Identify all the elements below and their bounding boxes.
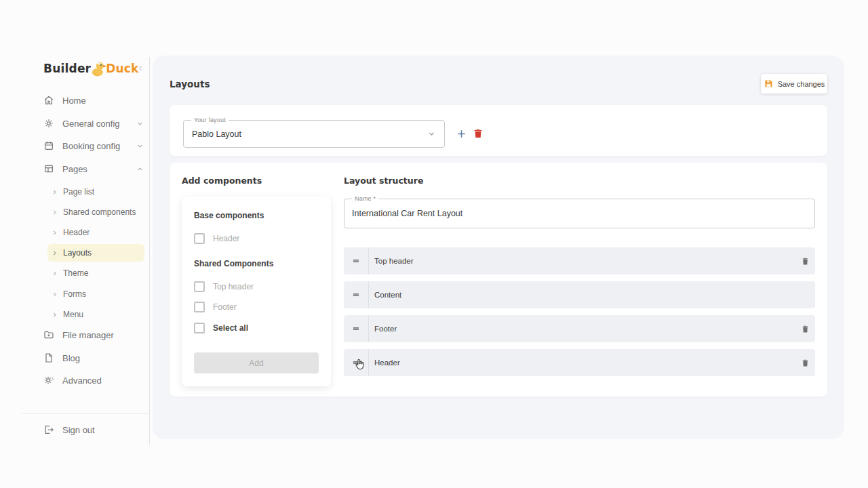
add-components-button[interactable]: Add [194,352,319,373]
sidebar-subitem-theme[interactable]: Theme [47,264,144,282]
drag-handle[interactable] [344,358,368,367]
chevron-right-icon [52,250,58,256]
sidebar-subitem-label: Page list [63,187,94,197]
add-layout-button[interactable] [453,125,469,142]
sidebar-subitem-forms[interactable]: Forms [47,285,144,303]
sign-out-icon [43,424,54,435]
drag-handle[interactable] [344,290,368,300]
structure-row-content: Content [344,281,815,308]
plus-icon [456,128,467,140]
delete-row-button[interactable] [795,359,815,367]
sidebar-item-booking-config[interactable]: Booking config [43,136,145,155]
sidebar-subitem-shared-components[interactable]: Shared components [47,203,144,221]
sidebar-subitem-layouts[interactable]: Layouts [47,244,144,262]
chevron-right-icon [52,230,58,236]
sidebar-item-label: Booking config [62,141,128,151]
sign-out-label: Sign out [62,425,145,435]
chevron-right-icon [52,291,58,298]
brand-name-left: Builder [43,62,91,75]
sidebar-item-file-manager[interactable]: File manager [43,325,145,344]
sidebar-subitem-label: Theme [63,268,88,278]
drag-handle-icon [351,324,361,333]
sign-out-button[interactable]: Sign out [43,420,145,439]
layout-structure-title: Layout structure [344,176,423,186]
sidebar-subitem-page-list[interactable]: Page list [47,183,144,201]
sidebar-subitem-menu[interactable]: Menu [47,306,144,323]
sidebar-item-pages[interactable]: Pages [43,159,145,178]
component-option-header: Header [194,232,239,245]
trash-icon [801,257,810,266]
folder-plus-icon [43,329,54,340]
checkbox-label: Top header [213,282,254,291]
row-separator [368,281,369,308]
top-header-checkbox[interactable] [194,281,205,292]
document-icon [43,352,54,363]
sidebar-item-label: General config [62,119,128,129]
select-all-checkbox[interactable] [194,323,205,333]
layout-name-input[interactable]: Name * International Car Rent Layout [344,199,815,228]
delete-layout-button[interactable] [470,125,486,142]
app-root: Builder Duck Home General config Booking… [0,0,868,488]
advanced-gear-icon [43,375,54,386]
structure-row-header: Header [344,349,815,376]
chevron-right-icon [52,189,58,195]
add-components-title: Add components [182,176,262,186]
footer-checkbox[interactable] [194,302,205,312]
trash-icon [473,128,484,139]
trash-icon [801,359,810,367]
component-option-top-header: Top header [194,280,254,293]
page-title: Layouts [170,79,210,89]
sidebar-subitem-label: Forms [63,289,86,299]
your-layout-selected-value: Pablo Layout [192,129,427,139]
save-icon [764,79,774,89]
pages-table-icon [43,163,54,174]
drag-handle[interactable] [344,256,368,266]
trash-icon [801,325,810,333]
header-checkbox[interactable] [194,233,205,244]
drag-handle-icon [351,256,361,266]
chevron-down-icon [136,120,144,127]
drag-handle[interactable] [344,324,368,333]
delete-row-button[interactable] [795,325,815,333]
gear-icon [43,118,54,129]
your-layout-select[interactable]: Your layout Pablo Layout [183,120,445,148]
checkbox-label: Footer [213,302,237,312]
drag-handle-icon [351,358,361,367]
structure-row-label: Content [374,291,815,299]
calendar-icon [43,140,54,151]
structure-row-top-header: Top header [344,247,815,274]
delete-row-button[interactable] [795,257,815,266]
sidebar-item-label: Advanced [62,375,145,386]
brand-logo: Builder Duck [43,58,139,79]
component-option-footer: Footer [194,300,237,314]
sidebar-subitem-label: Menu [63,310,83,319]
chevron-right-icon [52,209,58,216]
chevron-left-icon [137,64,144,72]
row-separator [368,247,369,274]
layout-name-label: Name * [352,195,378,202]
chevron-up-icon [136,165,144,173]
sidebar-subitem-label: Layouts [63,248,92,258]
sidebar-item-label: File manager [62,330,145,340]
sidebar-footer-divider [22,413,149,414]
save-changes-button[interactable]: Save changes [761,74,827,94]
sidebar-subitem-header[interactable]: Header [47,224,144,241]
chevron-down-icon [136,142,144,150]
sidebar-item-advanced[interactable]: Advanced [43,371,145,390]
sidebar-divider-vertical [149,57,150,445]
drag-handle-icon [351,290,361,300]
structure-row-label: Top header [374,257,795,265]
home-icon [43,95,54,106]
sidebar-item-general-config[interactable]: General config [43,114,145,133]
row-separator [368,349,369,376]
your-layout-select-label: Your layout [191,117,229,123]
chevron-right-icon [52,270,58,277]
layout-name-value: International Car Rent Layout [352,209,462,218]
sidebar-item-blog[interactable]: Blog [43,348,145,367]
sidebar-item-label: Blog [62,353,145,363]
sidebar-item-label: Pages [62,164,128,174]
sidebar-collapse-button[interactable] [136,63,145,73]
sidebar-item-home[interactable]: Home [43,91,145,110]
checkbox-label: Header [213,234,239,243]
sidebar-subitem-label: Header [63,228,90,237]
